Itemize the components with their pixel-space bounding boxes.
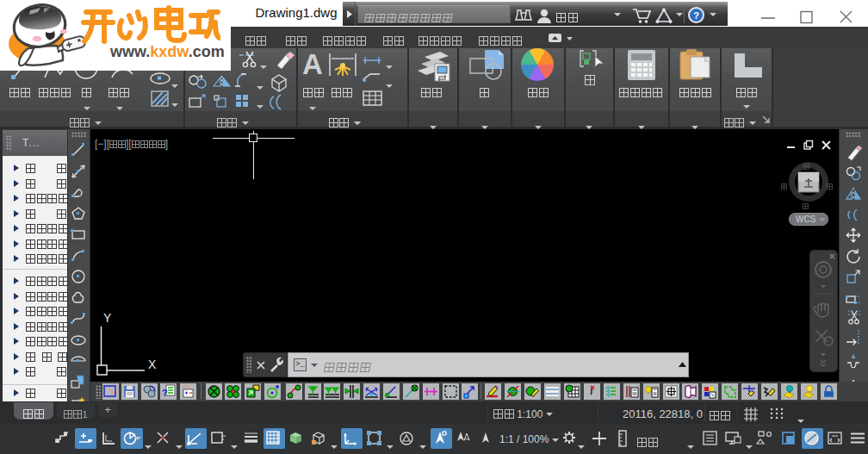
svg-text:X: X (148, 358, 157, 371)
svg-text:?: ? (162, 388, 168, 398)
svg-text:?: ? (693, 10, 699, 21)
svg-text:Y: Y (103, 311, 112, 325)
